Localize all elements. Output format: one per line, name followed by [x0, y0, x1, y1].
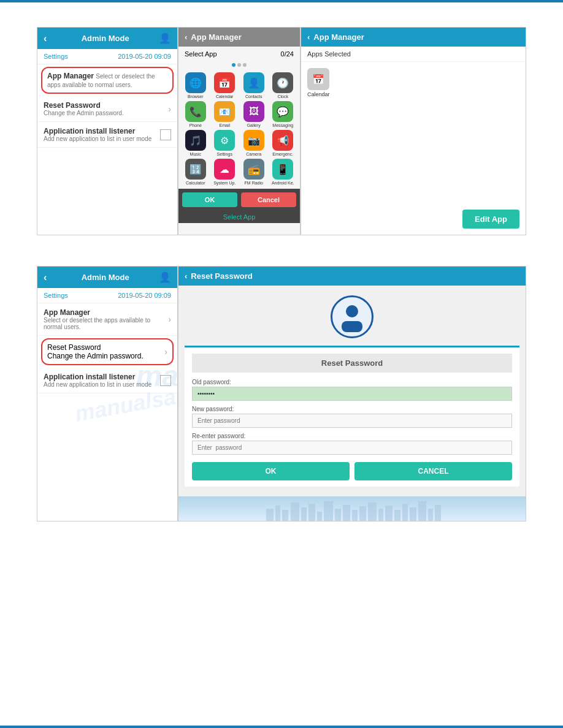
admin-title-2: Admin Mode — [52, 273, 159, 282]
app-name-8: Music — [190, 152, 201, 156]
app-install-listener-1[interactable]: Application install listener Add new app… — [37, 122, 177, 148]
ok-button[interactable]: OK — [182, 192, 237, 207]
reset-cancel-button[interactable]: CANCEL — [354, 462, 512, 480]
app-icon-1: 📅 — [214, 72, 235, 93]
apps-selected-content: 📅 Calendar — [301, 62, 526, 104]
user-icon-2: 👤 — [159, 271, 171, 283]
app-name-7: Messaging — [272, 123, 293, 127]
app-name-9: Settings — [217, 152, 232, 156]
app-item-7[interactable]: 💬Messaging — [270, 101, 297, 127]
dot-1 — [232, 63, 236, 67]
app-manager-menu-item-2[interactable]: App Manager Select or deselect the apps … — [37, 303, 177, 336]
reset-ok-button[interactable]: OK — [192, 462, 350, 480]
app-item-12[interactable]: 🔢Calculator — [182, 159, 209, 185]
app-select-panel: ‹ App Manager Select App 0/24 🌐Browser📅C… — [178, 27, 301, 235]
reset-panel-header: ‹ Reset Password — [178, 267, 526, 286]
app-item-11[interactable]: 📢Emergenc. — [270, 130, 297, 156]
edit-app-button[interactable]: Edit App — [462, 210, 519, 229]
svg-rect-1 — [342, 321, 362, 332]
app-icon-9: ⚙ — [214, 130, 235, 151]
app-name-14: FM Radio — [245, 181, 263, 185]
settings-link-2[interactable]: Settings — [44, 292, 68, 299]
apps-selected-back[interactable]: ‹ — [307, 32, 310, 42]
app-item-6[interactable]: 🖼Gallery — [240, 101, 267, 127]
svg-rect-21 — [428, 509, 433, 521]
reset-panel-title: Reset Password — [191, 271, 252, 281]
avatar-svg — [337, 301, 367, 332]
reset-back-arrow[interactable]: ‹ — [185, 271, 187, 281]
app-icon-11: 📢 — [272, 130, 293, 151]
back-arrow-icon-2[interactable]: ‹ — [44, 272, 47, 283]
arrow-right-icon-2a: › — [168, 314, 171, 324]
app-item-1[interactable]: 📅Calendar — [212, 72, 239, 99]
svg-point-0 — [346, 305, 358, 317]
app-name-13: System Up. — [213, 181, 236, 185]
apps-selected-title: App Manager — [313, 32, 364, 42]
app-item-3[interactable]: 🕐Clock — [270, 72, 297, 99]
svg-rect-7 — [308, 504, 315, 521]
app-grid: 🌐Browser📅Calendar👤Contacts🕐Clock📞Phone📧E… — [178, 69, 300, 189]
app-install-checkbox-2[interactable] — [160, 375, 171, 386]
svg-rect-12 — [352, 510, 358, 521]
app-install-listener-2[interactable]: Application install listener Add new app… — [37, 368, 177, 393]
reset-password-menu-item-1[interactable]: Reset Password Change the Admin password… — [37, 96, 177, 122]
app-name-5: Email — [219, 123, 230, 127]
reset-panel-content: Reset Password Old password: New passwor… — [178, 286, 526, 496]
cancel-button-1[interactable]: Cancel — [241, 192, 296, 207]
admin-mode-panel-2: ‹ Admin Mode 👤 Settings 2019-05-20 09:09… — [37, 266, 178, 521]
old-password-input[interactable] — [192, 387, 512, 401]
dots-indicator — [178, 61, 300, 69]
app-install-checkbox-1[interactable] — [160, 129, 171, 140]
app-name-1: Calendar — [216, 94, 233, 99]
selected-app-calendar: 📅 Calendar — [307, 68, 330, 97]
arrow-right-icon-1: › — [168, 104, 171, 114]
reset-password-title-2: Reset Password — [47, 343, 144, 352]
reenter-password-input[interactable] — [192, 441, 512, 455]
cityscape — [178, 496, 526, 521]
select-app-label: Select App — [185, 50, 217, 58]
app-item-9[interactable]: ⚙Settings — [212, 130, 239, 156]
old-password-label: Old password: — [192, 379, 512, 385]
calendar-app-label: Calendar — [307, 91, 330, 97]
app-icon-4: 📞 — [185, 101, 206, 122]
reset-password-menu-item-2[interactable]: Reset Password Change the Admin password… — [41, 338, 174, 365]
calendar-app-icon: 📅 — [307, 68, 329, 90]
app-item-15[interactable]: 📱Android Ke. — [270, 159, 297, 185]
app-select-title: App Manager — [191, 32, 241, 42]
app-item-14[interactable]: 📻FM Radio — [240, 159, 267, 185]
app-name-6: Gallery — [247, 123, 261, 127]
app-count: 0/24 — [281, 50, 294, 58]
app-name-3: Clock — [277, 94, 288, 99]
app-name-4: Phone — [190, 123, 202, 127]
app-item-10[interactable]: 📷Camera — [240, 130, 267, 156]
app-install-title-1: Application install listener — [44, 127, 151, 135]
app-item-0[interactable]: 🌐Browser — [182, 72, 209, 99]
dot-3 — [243, 63, 247, 67]
back-arrow-icon-1[interactable]: ‹ — [44, 33, 47, 44]
admin-header-2: ‹ Admin Mode 👤 — [37, 267, 177, 288]
app-item-2[interactable]: 👤Contacts — [240, 72, 267, 99]
select-app-bar[interactable]: Select App — [178, 211, 300, 223]
new-password-input[interactable] — [192, 414, 512, 428]
app-icon-7: 💬 — [272, 101, 293, 122]
svg-rect-20 — [418, 501, 426, 521]
cityscape-svg — [178, 496, 526, 521]
app-name-0: Browser — [188, 94, 204, 99]
reenter-password-label: Re-enter password: — [192, 433, 512, 439]
app-manager-menu-item[interactable]: App Manager Select or deselect the apps … — [41, 67, 174, 94]
app-item-4[interactable]: 📞Phone — [182, 101, 209, 127]
svg-rect-18 — [402, 504, 408, 521]
app-item-5[interactable]: 📧Email — [212, 101, 239, 127]
app-icon-14: 📻 — [243, 159, 264, 180]
app-item-8[interactable]: 🎵Music — [182, 130, 209, 156]
reset-password-desc-1: Change the Admin password. — [44, 110, 124, 116]
arrow-right-icon-2b: › — [164, 347, 167, 357]
app-item-13[interactable]: ☁System Up. — [212, 159, 239, 185]
settings-link-1[interactable]: Settings — [44, 53, 68, 60]
app-footer: OK Cancel — [178, 189, 300, 211]
app-name-2: Contacts — [245, 94, 262, 99]
app-manager-title: App Manager — [47, 72, 94, 80]
app-select-back[interactable]: ‹ — [185, 32, 187, 42]
app-select-header: ‹ App Manager — [178, 28, 300, 47]
app-icon-2: 👤 — [243, 72, 264, 93]
